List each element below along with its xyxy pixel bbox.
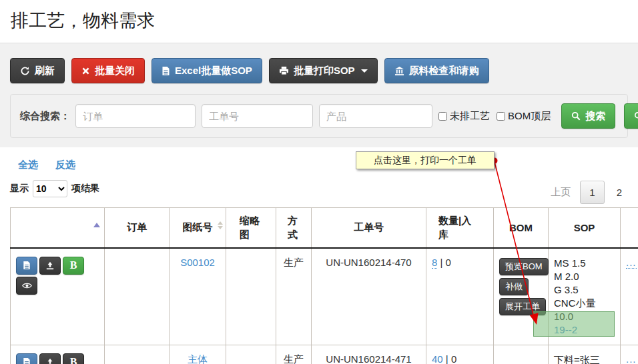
reset-button[interactable]: 重置 xyxy=(624,103,638,129)
page-size-select[interactable]: 10 xyxy=(33,180,67,197)
pagination-page-2[interactable]: 2 xyxy=(610,181,629,203)
expand-work-order-button[interactable]: 展开工单 xyxy=(499,298,546,315)
sort-asc-icon xyxy=(93,223,100,227)
sop-line: G 3.5 xyxy=(554,283,615,297)
header-actions[interactable] xyxy=(11,208,105,248)
upload-button[interactable] xyxy=(39,353,61,364)
header-note[interactable]: 备注 xyxy=(621,208,638,248)
sop-line: CNC小量 xyxy=(554,297,615,310)
bom-top-checkbox-label: BOM顶层 xyxy=(508,110,551,123)
batch-close-label: 批量关闭 xyxy=(95,64,135,77)
upload-icon xyxy=(45,358,55,364)
sop-line: 10.0 xyxy=(554,310,615,323)
unscheduled-checkbox-label: 未排工艺 xyxy=(450,110,490,123)
batch-print-sop-button[interactable]: 批量打印SOP xyxy=(269,58,378,83)
header-method[interactable]: 方式 xyxy=(276,208,312,248)
refresh-icon xyxy=(20,66,30,76)
file-icon xyxy=(162,66,170,76)
row2-work-order-cell: UN-UN160214-471 xyxy=(312,345,426,364)
sop-line: M 2.0 xyxy=(554,270,615,283)
search-icon xyxy=(571,111,581,121)
page-size-row: 显示 10 项结果 xyxy=(10,180,628,197)
preview-bom-button[interactable]: 预览BOM xyxy=(499,258,549,275)
drawing-link[interactable]: 主体 xyxy=(188,353,208,364)
unscheduled-checkbox-wrap: 未排工艺 xyxy=(438,110,490,123)
search-icon xyxy=(634,111,638,121)
select-all-link[interactable]: 全选 xyxy=(18,159,38,171)
header-thumbnail[interactable]: 缩略图 xyxy=(226,208,276,248)
bom-button[interactable]: B xyxy=(63,257,84,275)
row1-sop-cell: MS 1.5 M 2.0 G 3.5 CNC小量 10.0 19--2 xyxy=(549,248,621,345)
eye-icon xyxy=(22,282,32,289)
view-button[interactable] xyxy=(16,277,37,295)
bom-button[interactable]: B xyxy=(63,353,84,364)
row2-qty-cell: 40 | 0 xyxy=(426,345,494,364)
work-orders-table: 订单 图纸号 缩略图 方式 工单号 数量|入库 BOM SOP 备注 xyxy=(10,207,638,364)
excel-batch-sop-button[interactable]: Excel批量做SOP xyxy=(151,58,262,83)
batch-close-button[interactable]: 批量关闭 xyxy=(71,58,145,83)
bom-top-checkbox[interactable] xyxy=(497,112,505,121)
work-order-input[interactable] xyxy=(202,104,313,128)
print-work-order-link[interactable]: 19--2 xyxy=(554,323,577,337)
row2-sop-cell: 下料=张三 0.0 xyxy=(549,345,621,364)
header-qty-stock[interactable]: 数量|入库 xyxy=(426,208,494,248)
sort-both-icon xyxy=(218,221,223,229)
header-drawing-no[interactable]: 图纸号 xyxy=(170,208,226,248)
toolbar-and-search-section: 刷新 批量关闭 Excel批量做SOP 批量打印SOP xyxy=(0,43,638,147)
header-work-order[interactable]: 工单号 xyxy=(312,208,426,248)
page-size-suffix: 项结果 xyxy=(71,183,99,195)
row1-order-cell xyxy=(105,248,170,345)
selection-links: 全选 反选 xyxy=(10,159,628,171)
results-section: 全选 反选 显示 10 项结果 上页 1 2 订单 xyxy=(0,147,638,364)
make-sop-button[interactable] xyxy=(16,257,37,275)
annotation-tooltip: 点击这里，打印一个工单 xyxy=(356,151,495,169)
printer-icon xyxy=(279,66,289,75)
header-sop[interactable]: SOP xyxy=(549,208,621,248)
search-panel: 综合搜索： 未排工艺 BOM顶层 搜索 xyxy=(10,94,628,138)
pagination-prev[interactable]: 上页 xyxy=(547,181,575,204)
search-button[interactable]: 搜索 xyxy=(561,103,615,129)
stock-value: 0 xyxy=(451,353,456,364)
excel-batch-sop-label: Excel批量做SOP xyxy=(175,64,252,77)
invert-selection-link[interactable]: 反选 xyxy=(55,159,75,171)
row1-thumbnail-cell xyxy=(226,248,276,345)
note-ellipsis-link[interactable]: ... xyxy=(626,353,637,364)
page-title: 排工艺，物料需求 xyxy=(0,0,638,43)
upload-button[interactable] xyxy=(39,257,61,275)
upload-icon xyxy=(45,261,55,270)
bom-top-checkbox-wrap: BOM顶层 xyxy=(497,110,551,123)
row2-order-cell xyxy=(105,345,170,364)
material-check-label: 原料检查和请购 xyxy=(409,64,479,77)
material-check-button[interactable]: 原料检查和请购 xyxy=(384,58,489,83)
bank-icon xyxy=(394,66,404,76)
row1-actions-cell: B xyxy=(11,248,105,345)
header-bom[interactable]: BOM xyxy=(494,208,549,248)
redo-button[interactable]: 补做 xyxy=(499,278,529,295)
row1-drawing-cell: S00102 xyxy=(170,248,226,345)
batch-print-sop-label: 批量打印SOP xyxy=(294,64,355,77)
row2-bom-cell xyxy=(494,345,549,364)
table-row: B S00102 生产 xyxy=(11,248,638,345)
unscheduled-checkbox[interactable] xyxy=(438,112,447,121)
row1-method-cell: 生产 xyxy=(276,248,312,345)
drawing-link[interactable]: S00102 xyxy=(180,257,215,268)
sop-line: 下料=张三 xyxy=(554,353,615,364)
b-label: B xyxy=(70,356,77,364)
order-input[interactable] xyxy=(75,104,196,128)
table-header-row: 订单 图纸号 缩略图 方式 工单号 数量|入库 BOM SOP 备注 xyxy=(11,208,638,248)
refresh-label: 刷新 xyxy=(35,64,55,77)
refresh-button[interactable]: 刷新 xyxy=(10,58,65,83)
file-icon xyxy=(23,261,31,270)
row2-thumbnail-cell xyxy=(226,345,276,364)
search-button-label: 搜索 xyxy=(585,109,605,123)
note-ellipsis-link[interactable]: ... xyxy=(626,257,637,269)
file-icon xyxy=(23,357,31,364)
page: 排工艺，物料需求 刷新 批量关闭 Excel批量做SOP xyxy=(0,0,638,364)
product-input[interactable] xyxy=(319,104,432,128)
search-panel-label: 综合搜索： xyxy=(20,110,70,123)
chevron-down-icon xyxy=(361,69,368,73)
make-sop-button[interactable] xyxy=(16,353,37,364)
pagination-page-1[interactable]: 1 xyxy=(580,181,604,204)
header-order[interactable]: 订单 xyxy=(105,208,170,248)
qty-link[interactable]: 40 xyxy=(432,353,443,364)
